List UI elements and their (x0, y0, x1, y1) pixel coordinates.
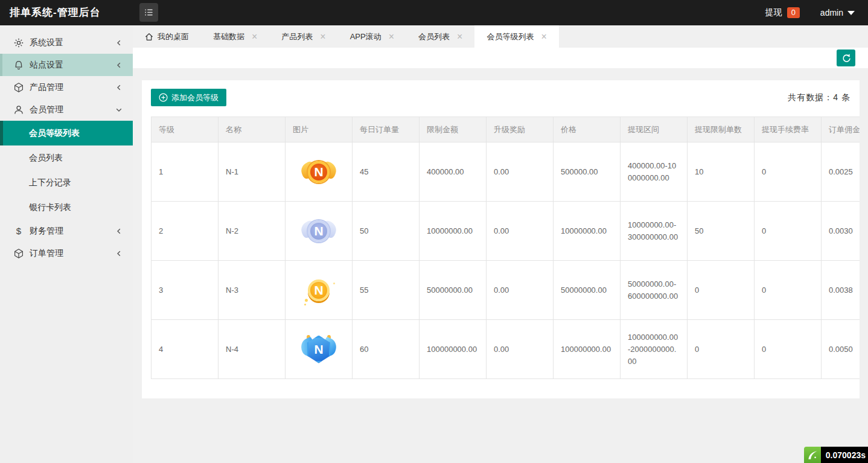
cell-提现区间: 10000000.00-300000000.00 (621, 202, 688, 261)
cell-限制金额: 50000000.00 (420, 261, 487, 320)
table-row: 1N-1N45400000.000.00500000.00400000.00-1… (152, 142, 860, 202)
sidebar-item-label: 会员管理 (30, 104, 115, 115)
tab-产品列表[interactable]: 产品列表× (269, 25, 337, 48)
gear-icon (13, 37, 24, 48)
column-header-图片: 图片 (286, 117, 353, 142)
add-member-level-label: 添加会员等级 (171, 92, 219, 103)
column-header-订单佣金: 订单佣金 (822, 117, 860, 142)
cell-每日订单量: 45 (353, 142, 420, 202)
plus-circle-icon (159, 93, 168, 102)
box-icon (13, 248, 24, 259)
tab-会员等级列表[interactable]: 会员等级列表× (474, 25, 558, 48)
add-member-level-button[interactable]: 添加会员等级 (151, 89, 226, 106)
cell-限制金额: 100000000.00 (420, 320, 487, 379)
sidebar-item-label: 财务管理 (30, 226, 115, 237)
cell-名称: N-4 (219, 320, 286, 379)
column-header-升级奖励: 升级奖励 (487, 117, 554, 142)
level-badge-image: N (301, 215, 336, 247)
bell-icon (13, 60, 24, 71)
sidebar-item-label: 产品管理 (30, 82, 115, 93)
sidebar-item-站点设置[interactable]: 站点设置 (0, 54, 133, 76)
close-icon[interactable]: × (457, 32, 462, 42)
tab-label: APP滚动 (350, 31, 381, 42)
submenu-item-会员等级列表[interactable]: 会员等级列表 (0, 121, 133, 145)
column-header-每日订单量: 每日订单量 (353, 117, 420, 142)
refresh-icon (841, 53, 851, 63)
cell-提现手续费率: 0 (755, 261, 822, 320)
dollar-icon: $ (13, 226, 24, 237)
cell-提现限制单数: 0 (688, 320, 755, 379)
withdraw-link[interactable]: 提现 (765, 7, 782, 18)
content-card: 添加会员等级 共有数据：4 条 等级名称图片每日订单量限制金额升级奖励价格提现区… (142, 80, 860, 398)
sidebar-item-财务管理[interactable]: $财务管理 (0, 220, 133, 242)
card-header: 添加会员等级 共有数据：4 条 (142, 80, 860, 106)
table-row: 3N-3N5550000000.000.0050000000.005000000… (152, 261, 860, 320)
tab-bar: 我的桌面基础数据×产品列表×APP滚动×会员列表×会员等级列表× (133, 25, 868, 48)
column-header-提现区间: 提现区间 (621, 117, 688, 142)
column-header-名称: 名称 (219, 117, 286, 142)
sidebar-item-label: 订单管理 (30, 248, 115, 259)
user-icon (13, 104, 24, 115)
cell-升级奖励: 0.00 (487, 320, 554, 379)
svg-text:$: $ (16, 226, 22, 236)
submenu-item-上下分记录[interactable]: 上下分记录 (0, 170, 133, 195)
submenu-会员管理: 会员等级列表会员列表上下分记录银行卡列表 (0, 121, 133, 220)
cell-每日订单量: 60 (353, 320, 420, 379)
cell-升级奖励: 0.00 (487, 202, 554, 261)
toolbar-strip (133, 48, 868, 68)
member-level-table: 等级名称图片每日订单量限制金额升级奖励价格提现区间提现限制单数提现手续费率订单佣… (151, 117, 860, 379)
refresh-button[interactable] (837, 49, 855, 66)
sidebar-item-产品管理[interactable]: 产品管理 (0, 76, 133, 98)
cell-名称: N-1 (219, 142, 286, 202)
debug-trace-bar: 0.070023s (804, 447, 868, 463)
tab-APP滚动[interactable]: APP滚动× (338, 25, 406, 48)
tab-我的桌面[interactable]: 我的桌面 (133, 25, 201, 48)
sidebar-item-label: 站点设置 (30, 60, 115, 71)
cell-限制金额: 10000000.00 (420, 202, 487, 261)
cell-等级: 1 (152, 142, 219, 202)
tab-基础数据[interactable]: 基础数据× (201, 25, 269, 48)
sidebar-item-系统设置[interactable]: 系统设置 (0, 31, 133, 54)
column-header-等级: 等级 (152, 117, 219, 142)
sidebar-toggle-button[interactable] (139, 3, 158, 22)
caret-down-icon[interactable] (847, 11, 855, 15)
user-menu[interactable]: admin (820, 8, 843, 18)
table-scroll-area[interactable]: 等级名称图片每日订单量限制金额升级奖励价格提现区间提现限制单数提现手续费率订单佣… (151, 117, 860, 379)
cell-订单佣金: 0.0025 (822, 142, 860, 202)
cell-提现区间: 400000.00-100000000.00 (621, 142, 688, 202)
sidebar-item-会员管理[interactable]: 会员管理 (0, 98, 133, 121)
badge-letter: N (308, 161, 330, 183)
withdraw-count-badge[interactable]: 0 (787, 7, 800, 18)
cell-提现限制单数: 0 (688, 261, 755, 320)
sidebar-item-label: 系统设置 (30, 37, 115, 48)
table-row: 4N-4N60100000000.000.00100000000.0010000… (152, 320, 860, 379)
column-header-限制金额: 限制金额 (420, 117, 487, 142)
close-icon[interactable]: × (252, 32, 257, 42)
cell-价格: 50000000.00 (554, 261, 621, 320)
cell-图片: N (286, 142, 353, 202)
tab-会员列表[interactable]: 会员列表× (406, 25, 474, 48)
cell-每日订单量: 55 (353, 261, 420, 320)
list-icon (144, 7, 154, 18)
total-count-text: 共有数据：4 条 (788, 92, 850, 103)
submenu-item-会员列表[interactable]: 会员列表 (0, 145, 133, 170)
cell-提现手续费率: 0 (755, 320, 822, 379)
page-load-time: 0.070023s (821, 447, 868, 463)
cell-每日订单量: 50 (353, 202, 420, 261)
tab-label: 会员等级列表 (487, 31, 534, 42)
submenu-item-银行卡列表[interactable]: 银行卡列表 (0, 195, 133, 220)
sidebar: 系统设置站点设置产品管理会员管理会员等级列表会员列表上下分记录银行卡列表$财务管… (0, 25, 133, 463)
cell-价格: 500000.00 (554, 142, 621, 202)
chevron-left-icon (115, 61, 123, 69)
close-icon[interactable]: × (389, 32, 394, 42)
cell-提现区间: 50000000.00-600000000.00 (621, 261, 688, 320)
column-header-提现限制单数: 提现限制单数 (688, 117, 755, 142)
app-title: 排单系统-管理后台 (10, 0, 101, 25)
close-icon[interactable]: × (541, 32, 546, 42)
cell-提现手续费率: 0 (755, 202, 822, 261)
cell-价格: 10000000.00 (554, 202, 621, 261)
thinkphp-logo-icon[interactable] (804, 447, 821, 463)
sidebar-item-订单管理[interactable]: 订单管理 (0, 242, 133, 264)
close-icon[interactable]: × (320, 32, 325, 42)
column-header-价格: 价格 (554, 117, 621, 142)
